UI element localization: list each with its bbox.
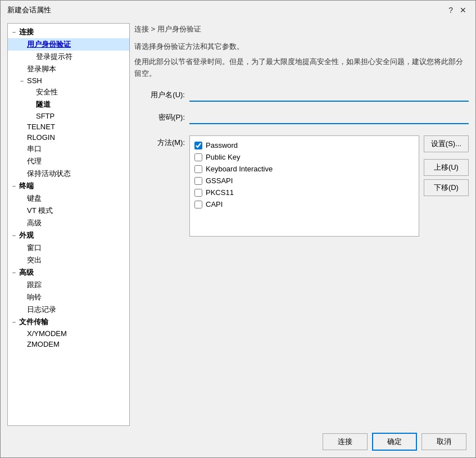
tree-item-terminal[interactable]: − 终端 bbox=[8, 180, 129, 192]
username-row: 用户名(U): bbox=[134, 88, 469, 102]
help-button[interactable]: ? bbox=[446, 6, 455, 14]
tree-label-zmodem: ZMODEM bbox=[27, 340, 60, 348]
description: 请选择身份验证方法和其它参数。 使用此部分以节省登录时间。但是，为了最大限度地提… bbox=[134, 41, 469, 79]
tree-item-telnet[interactable]: TELNET bbox=[8, 121, 129, 132]
method-label-password[interactable]: Password bbox=[206, 141, 238, 149]
tree-label-trace: 跟踪 bbox=[27, 280, 42, 290]
method-row: 方法(M): Password Public Key Keyboard Inte… bbox=[134, 135, 469, 237]
tree-label-connection: 连接 bbox=[19, 27, 34, 37]
tree-item-tunnel[interactable]: 隧道 bbox=[8, 98, 129, 111]
tree-item-user-auth[interactable]: 用户身份验证 bbox=[8, 38, 129, 51]
tree-label-appearance: 外观 bbox=[19, 230, 34, 241]
tree-item-file-transfer[interactable]: − 文件传输 bbox=[8, 316, 129, 328]
expand-icon: − bbox=[10, 269, 18, 276]
tree-item-appearance[interactable]: − 外观 bbox=[8, 229, 129, 242]
method-item-gssapi[interactable]: GSSAPI bbox=[194, 175, 414, 187]
method-checkbox-capi[interactable] bbox=[194, 201, 202, 208]
tree-label-window: 窗口 bbox=[27, 243, 42, 253]
method-label-gssapi[interactable]: GSSAPI bbox=[206, 176, 233, 185]
method-item-public-key[interactable]: Public Key bbox=[194, 151, 414, 163]
tree-item-security[interactable]: 安全性 bbox=[8, 86, 129, 98]
tree-panel: − 连接 用户身份验证 登录提示符 登录脚本 − SSH 安全性 bbox=[7, 23, 130, 426]
tree-item-log[interactable]: 日志记录 bbox=[8, 303, 129, 316]
method-checkbox-password[interactable] bbox=[194, 142, 202, 149]
dialog-title: 新建会话属性 bbox=[7, 5, 51, 15]
method-checkbox-public-key[interactable] bbox=[194, 153, 202, 161]
tree-label-sftp: SFTP bbox=[36, 112, 55, 120]
title-bar-controls: ? ✕ bbox=[446, 6, 469, 14]
tree-label-user-auth: 用户身份验证 bbox=[27, 39, 71, 49]
cancel-button[interactable]: 取消 bbox=[421, 433, 466, 450]
expand-icon: − bbox=[10, 29, 18, 35]
tree-label-advanced: 高级 bbox=[27, 218, 42, 228]
tree-item-window[interactable]: 窗口 bbox=[8, 242, 129, 254]
tree-item-keyboard[interactable]: 键盘 bbox=[8, 192, 129, 205]
dialog-window: 新建会话属性 ? ✕ − 连接 用户身份验证 登录提示符 登录脚本 bbox=[0, 0, 476, 458]
username-label: 用户名(U): bbox=[134, 90, 185, 100]
tree-item-advanced[interactable]: 高级 bbox=[8, 217, 129, 229]
method-label-public-key[interactable]: Public Key bbox=[206, 153, 240, 161]
content-panel: 连接 > 用户身份验证 请选择身份验证方法和其它参数。 使用此部分以节省登录时间… bbox=[134, 23, 469, 426]
tree-item-login-script[interactable]: 登录脚本 bbox=[8, 63, 129, 75]
method-label-capi[interactable]: CAPI bbox=[206, 200, 223, 208]
tree-item-sftp[interactable]: SFTP bbox=[8, 111, 129, 121]
method-item-password[interactable]: Password bbox=[194, 139, 414, 151]
tree-label-keepalive: 保持活动状态 bbox=[27, 169, 71, 179]
tree-label-vt-mode: VT 模式 bbox=[27, 206, 53, 216]
tree-item-vt-mode[interactable]: VT 模式 bbox=[8, 205, 129, 217]
tree-label-advanced2: 高级 bbox=[19, 267, 34, 278]
tree-label-proxy: 代理 bbox=[27, 156, 42, 166]
tree-label-log: 日志记录 bbox=[27, 305, 56, 315]
settings-button[interactable]: 设置(S)... bbox=[424, 135, 469, 152]
method-label: 方法(M): bbox=[134, 135, 185, 148]
tree-item-ssh[interactable]: − SSH bbox=[8, 75, 129, 86]
password-input[interactable] bbox=[189, 111, 469, 124]
method-item-pkcs11[interactable]: PKCS11 bbox=[194, 187, 414, 198]
tree-item-serial[interactable]: 串口 bbox=[8, 143, 129, 155]
breadcrumb: 连接 > 用户身份验证 bbox=[134, 24, 469, 34]
dialog-body: − 连接 用户身份验证 登录提示符 登录脚本 − SSH 安全性 bbox=[1, 19, 475, 426]
method-checkbox-keyboard-interactive[interactable] bbox=[194, 165, 202, 173]
tree-label-login-script: 登录脚本 bbox=[27, 64, 56, 74]
tree-item-proxy[interactable]: 代理 bbox=[8, 155, 129, 167]
method-label-keyboard-interactive[interactable]: Keyboard Interactive bbox=[206, 165, 273, 173]
dialog-footer: 连接 确定 取消 bbox=[1, 426, 475, 457]
tree-item-trace[interactable]: 跟踪 bbox=[8, 279, 129, 291]
move-down-button[interactable]: 下移(D) bbox=[424, 179, 469, 196]
tree-item-rlogin[interactable]: RLOGIN bbox=[8, 132, 129, 143]
tree-item-bell[interactable]: 响铃 bbox=[8, 291, 129, 303]
tree-item-advanced2[interactable]: − 高级 bbox=[8, 266, 129, 279]
method-checkbox-gssapi[interactable] bbox=[194, 177, 202, 185]
tree-label-file-transfer: 文件传输 bbox=[19, 317, 48, 327]
ok-button[interactable]: 确定 bbox=[372, 433, 417, 451]
close-button[interactable]: ✕ bbox=[457, 6, 469, 14]
password-label: 密码(P): bbox=[134, 112, 185, 123]
tree-label-login-prompt: 登录提示符 bbox=[36, 52, 72, 62]
tree-item-zmodem[interactable]: ZMODEM bbox=[8, 339, 129, 350]
tree-item-keepalive[interactable]: 保持活动状态 bbox=[8, 167, 129, 180]
tree-label-terminal: 终端 bbox=[19, 181, 34, 191]
connect-button[interactable]: 连接 bbox=[323, 433, 368, 450]
tree-label-rlogin: RLOGIN bbox=[27, 133, 55, 142]
title-bar: 新建会话属性 ? ✕ bbox=[1, 1, 475, 19]
expand-icon: − bbox=[18, 78, 26, 84]
tree-label-tunnel: 隧道 bbox=[36, 99, 51, 110]
move-up-button[interactable]: 上移(U) bbox=[424, 159, 469, 176]
method-checkbox-pkcs11[interactable] bbox=[194, 189, 202, 197]
tree-item-connection[interactable]: − 连接 bbox=[8, 26, 129, 38]
method-item-capi[interactable]: CAPI bbox=[194, 198, 414, 210]
method-item-keyboard-interactive[interactable]: Keyboard Interactive bbox=[194, 163, 414, 175]
tree-label-keyboard: 键盘 bbox=[27, 193, 42, 203]
method-list: Password Public Key Keyboard Interactive… bbox=[189, 135, 419, 237]
desc2: 使用此部分以节省登录时间。但是，为了最大限度地提高安全性，如果担心安全问题，建议… bbox=[134, 56, 469, 80]
desc1: 请选择身份验证方法和其它参数。 bbox=[134, 41, 469, 53]
method-label-pkcs11[interactable]: PKCS11 bbox=[206, 188, 234, 197]
tree-label-telnet: TELNET bbox=[27, 123, 55, 131]
tree-label-bell: 响铃 bbox=[27, 292, 42, 302]
username-input[interactable] bbox=[189, 88, 469, 102]
tree-item-login-prompt[interactable]: 登录提示符 bbox=[8, 51, 129, 63]
tree-item-highlight[interactable]: 突出 bbox=[8, 254, 129, 266]
tree-label-xymodem: X/YMODEM bbox=[27, 329, 67, 338]
tree-label-serial: 串口 bbox=[27, 144, 42, 154]
tree-item-xymodem[interactable]: X/YMODEM bbox=[8, 328, 129, 339]
